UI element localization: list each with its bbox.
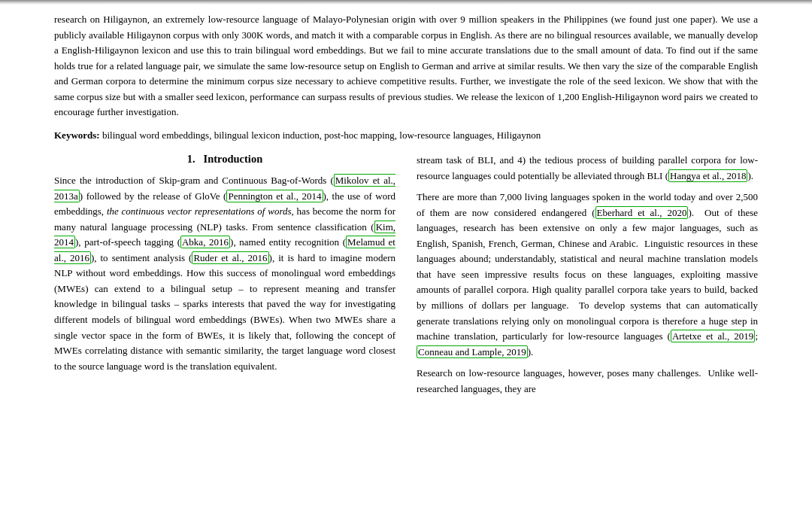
keywords-label: Keywords: <box>54 129 100 141</box>
section-number: 1. <box>187 153 195 165</box>
left-body-text: Since the introduction of Skip-gram and … <box>54 173 395 374</box>
section-title: Introduction <box>204 153 263 165</box>
right-paragraph-1: stream task of BLI, and 4) the tedious p… <box>417 153 758 184</box>
right-body-text: stream task of BLI, and 4) the tedious p… <box>417 153 758 397</box>
abstract-content: research on Hiligaynon, an extremely low… <box>54 14 758 117</box>
section-heading: 1. Introduction <box>54 153 395 166</box>
cite-hangya[interactable]: Hangya et al., 2018 <box>668 169 747 182</box>
right-column: stream task of BLI, and 4) the tedious p… <box>417 153 758 500</box>
cite-artetxe[interactable]: Artetxe et al., 2019 <box>671 330 755 342</box>
abstract-text: research on Hiligaynon, an extremely low… <box>54 12 758 120</box>
keywords-text: bilingual word embeddings, bilingual lex… <box>102 129 541 141</box>
cite-pennington[interactable]: Pennington et al., 2014 <box>226 190 323 202</box>
two-columns: 1. Introduction Since the introduction o… <box>54 153 758 500</box>
right-paragraph-3: Research on low-resource languages, howe… <box>417 366 758 397</box>
italic-phrase: the continuous vector representations of… <box>107 205 292 217</box>
page: research on Hiligaynon, an extremely low… <box>0 0 812 508</box>
right-paragraph-2: There are more than 7,000 living languag… <box>417 190 758 360</box>
cite-eberhard[interactable]: Eberhard et al., 2020 <box>595 206 689 219</box>
left-column: 1. Introduction Since the introduction o… <box>54 153 395 500</box>
cite-ruder[interactable]: Ruder et al., 2016 <box>192 251 268 264</box>
cite-conneau[interactable]: Conneau and Lample, 2019 <box>417 345 528 358</box>
left-paragraph-1: Since the introduction of Skip-gram and … <box>54 173 395 374</box>
content-area: research on Hiligaynon, an extremely low… <box>0 5 812 508</box>
keywords-section: Keywords: bilingual word embeddings, bil… <box>54 128 758 143</box>
cite-abka[interactable]: Abka, 2016 <box>180 236 230 248</box>
cite-mikolov[interactable]: Mikolov et al., 2013a <box>54 174 395 202</box>
